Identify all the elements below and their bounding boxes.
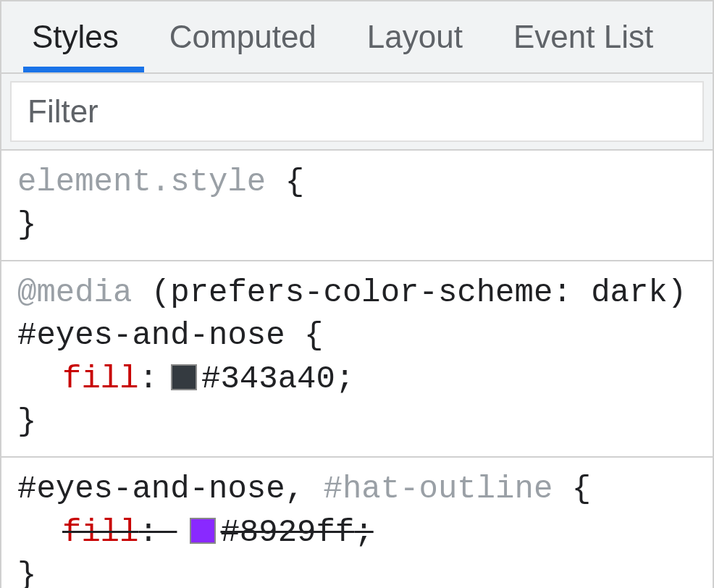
rule-selector-part[interactable]: #eyes-and-nose: [17, 471, 285, 507]
tab-event-listeners[interactable]: Event List: [488, 1, 653, 72]
declaration-overridden[interactable]: fill: #8929ff;: [17, 511, 697, 554]
styles-panel: Styles Computed Layout Event List elemen…: [0, 0, 714, 588]
rule-block[interactable]: #eyes-and-nose, #hat-outline { fill: #89…: [1, 458, 713, 588]
brace-close: }: [17, 206, 36, 243]
filter-input[interactable]: [10, 81, 704, 142]
rule-block[interactable]: element.style { }: [1, 151, 713, 261]
rule-selector-part[interactable]: #hat-outline: [323, 471, 553, 507]
brace-close: }: [17, 557, 36, 588]
semicolon: ;: [354, 514, 373, 550]
rule-block[interactable]: @media (prefers-color-scheme: dark) #eye…: [1, 261, 713, 458]
selector-separator: ,: [285, 471, 324, 507]
declaration[interactable]: fill: #343a40;: [17, 358, 697, 400]
colon: :: [139, 361, 158, 397]
brace-open: {: [304, 317, 323, 353]
declaration-property[interactable]: fill: [62, 514, 139, 550]
tab-computed[interactable]: Computed: [144, 1, 342, 72]
declaration-value[interactable]: #343a40: [201, 361, 335, 397]
colon: :: [139, 514, 177, 550]
at-rule-keyword[interactable]: @media: [17, 274, 132, 311]
declaration-property[interactable]: fill: [62, 361, 139, 397]
color-swatch-icon[interactable]: [171, 364, 197, 390]
rule-selector[interactable]: element.style: [17, 164, 266, 200]
at-rule-condition[interactable]: (prefers-color-scheme: dark): [151, 274, 686, 311]
brace-open: {: [572, 471, 591, 507]
filter-row: [1, 74, 713, 151]
color-swatch-icon[interactable]: [190, 518, 216, 544]
declaration-value[interactable]: #8929ff: [220, 514, 354, 550]
brace-close: }: [17, 403, 36, 440]
rule-selector[interactable]: #eyes-and-nose: [17, 317, 285, 353]
tab-layout[interactable]: Layout: [342, 1, 488, 72]
semicolon: ;: [335, 361, 354, 397]
tabs-bar: Styles Computed Layout Event List: [1, 1, 713, 74]
tab-styles[interactable]: Styles: [23, 1, 144, 72]
brace-open: {: [285, 164, 304, 200]
rules-list: element.style { } @media (prefers-color-…: [1, 151, 713, 588]
